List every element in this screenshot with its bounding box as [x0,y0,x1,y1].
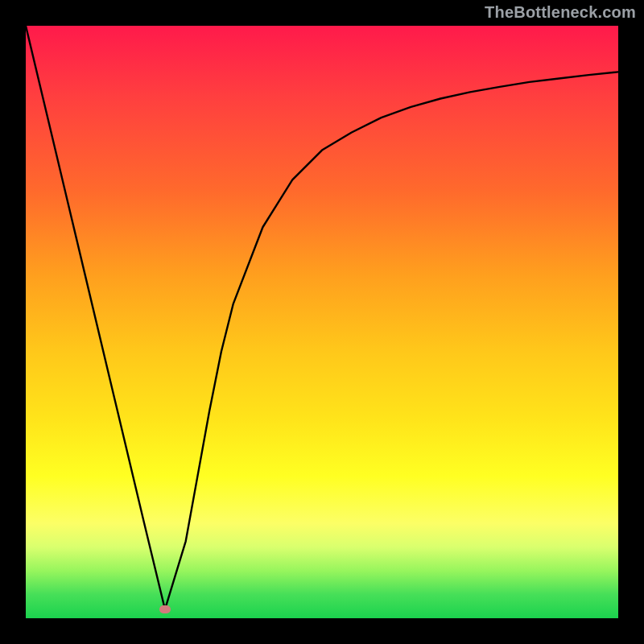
chart-frame: TheBottleneck.com [0,0,644,644]
plot-area [26,26,618,618]
watermark-text: TheBottleneck.com [485,3,636,22]
minimum-marker [159,605,171,613]
curve-line [26,26,618,618]
